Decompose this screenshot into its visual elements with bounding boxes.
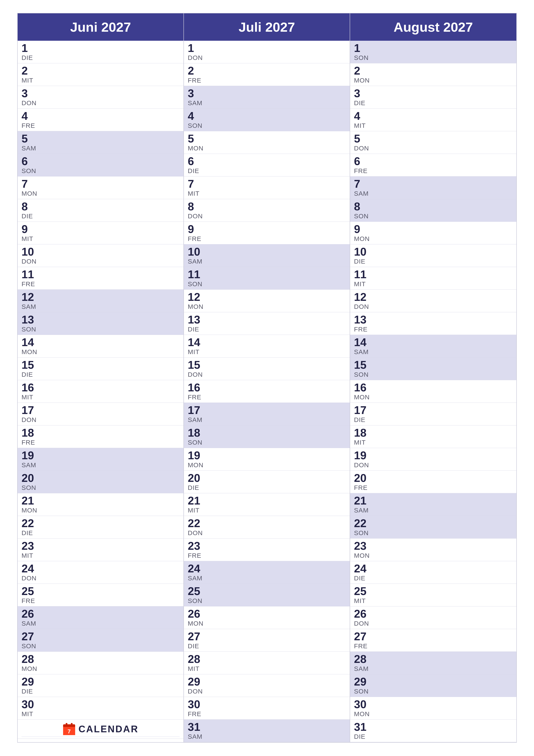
- day-cell: 19DON: [350, 448, 516, 471]
- day-name: FRE: [188, 393, 346, 401]
- day-name: DIE: [188, 484, 346, 491]
- day-name: SON: [354, 212, 513, 220]
- day-number: 22: [188, 518, 346, 529]
- day-name: DIE: [354, 258, 513, 265]
- day-name: DON: [188, 529, 346, 537]
- day-cell: 17DIE: [350, 403, 516, 425]
- day-number: 2: [21, 65, 180, 76]
- day-number: 25: [354, 585, 513, 597]
- day-name: MON: [21, 665, 180, 672]
- day-number: 15: [354, 359, 513, 370]
- day-cell: 6DIE: [184, 154, 350, 176]
- day-number: 30: [354, 699, 513, 710]
- day-name: MON: [21, 348, 180, 356]
- day-name: DON: [188, 688, 346, 695]
- day-number: 5: [188, 133, 346, 144]
- day-cell: 8DIE: [18, 199, 184, 222]
- day-number: 6: [354, 156, 513, 167]
- day-name: DON: [188, 212, 346, 220]
- day-name: SAM: [354, 507, 513, 514]
- day-cell: 27SON: [18, 629, 184, 652]
- day-number: 19: [21, 450, 180, 461]
- day-cell: 14SAM: [350, 335, 516, 358]
- day-number: 16: [188, 382, 346, 393]
- day-name: MON: [21, 190, 180, 197]
- month-column-0: 1DIE2MIT3DON4FRE5SAM6SON7MON8DIE9MIT10DO…: [18, 41, 184, 742]
- day-name: MIT: [354, 439, 513, 446]
- day-number: 18: [354, 427, 513, 438]
- svg-rect-5: [71, 723, 73, 726]
- day-name: FRE: [188, 552, 346, 559]
- day-name: DON: [21, 258, 180, 265]
- day-cell: 5MON: [184, 131, 350, 154]
- day-name: DIE: [354, 733, 513, 740]
- day-name: FRE: [354, 642, 513, 650]
- day-name: MIT: [21, 235, 180, 242]
- day-cell: 27FRE: [350, 629, 516, 652]
- day-cell: 18SON: [184, 425, 350, 448]
- day-cell: 4MIT: [350, 109, 516, 131]
- day-cell: 21SAM: [350, 493, 516, 516]
- day-number: 3: [354, 88, 513, 99]
- day-cell: 25FRE: [18, 584, 184, 607]
- day-number: 18: [188, 427, 346, 438]
- day-number: 12: [21, 291, 180, 303]
- day-name: SON: [354, 688, 513, 695]
- day-number: 1: [354, 42, 513, 54]
- day-number: 1: [188, 42, 346, 54]
- day-name: DIE: [21, 529, 180, 537]
- day-cell: 30FRE: [184, 697, 350, 719]
- day-name: DIE: [354, 99, 513, 107]
- day-cell: 5SAM: [18, 131, 184, 154]
- day-cell: 6SON: [18, 154, 184, 176]
- day-number: 10: [188, 246, 346, 257]
- day-name: SON: [188, 597, 346, 605]
- day-cell: 16MON: [350, 380, 516, 403]
- day-cell: 25MIT: [350, 584, 516, 607]
- day-cell: 10SAM: [184, 244, 350, 267]
- day-number: 6: [21, 156, 180, 167]
- day-cell: 29SON: [350, 674, 516, 697]
- day-number: 27: [21, 631, 180, 642]
- day-number: 21: [21, 495, 180, 506]
- day-cell: 9MIT: [18, 222, 184, 244]
- day-number: 28: [21, 653, 180, 664]
- day-number: 19: [354, 450, 513, 461]
- day-cell: 20FRE: [350, 471, 516, 493]
- day-name: DON: [354, 620, 513, 627]
- day-cell: 25SON: [184, 584, 350, 607]
- day-number: 24: [21, 563, 180, 574]
- day-name: SON: [354, 371, 513, 378]
- day-number: 4: [354, 110, 513, 122]
- day-number: 21: [188, 495, 346, 506]
- day-number: 25: [188, 585, 346, 597]
- day-number: 17: [354, 405, 513, 416]
- day-number: 11: [21, 269, 180, 280]
- day-number: 20: [354, 472, 513, 484]
- day-number: 30: [21, 699, 180, 710]
- day-cell: 3SAM: [184, 86, 350, 109]
- day-number: 3: [188, 88, 346, 99]
- day-cell: 28SAM: [350, 652, 516, 674]
- days-grid: 1DIE2MIT3DON4FRE5SAM6SON7MON8DIE9MIT10DO…: [18, 41, 516, 742]
- day-name: MON: [354, 552, 513, 559]
- day-cell: 28MIT: [184, 652, 350, 674]
- day-name: DON: [354, 461, 513, 469]
- day-number: 20: [188, 472, 346, 484]
- day-number: 29: [21, 676, 180, 687]
- day-name: FRE: [354, 484, 513, 491]
- day-number: 25: [21, 585, 180, 597]
- day-cell: 29DON: [184, 674, 350, 697]
- day-cell: 4SON: [184, 109, 350, 131]
- day-name: SAM: [354, 190, 513, 197]
- day-name: SAM: [21, 145, 180, 152]
- day-name: DIE: [354, 416, 513, 423]
- day-name: SON: [21, 326, 180, 333]
- day-number: 9: [21, 224, 180, 235]
- day-name: FRE: [188, 710, 346, 717]
- day-number: 6: [188, 156, 346, 167]
- day-number: 11: [354, 269, 513, 280]
- month-column-2: 1SON2MON3DIE4MIT5DON6FRE7SAM8SON9MON10DI…: [350, 41, 516, 742]
- day-number: 26: [21, 608, 180, 619]
- day-number: 17: [21, 405, 180, 416]
